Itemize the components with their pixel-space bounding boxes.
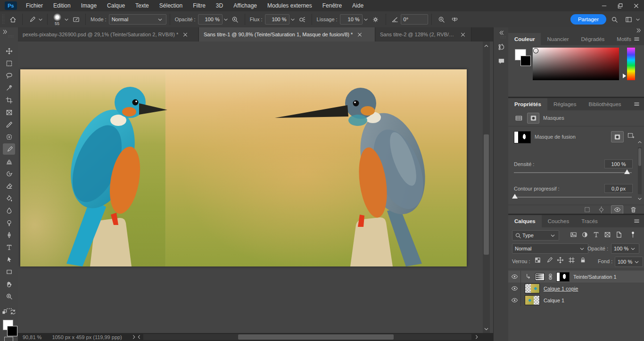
- tab-nuancier[interactable]: Nuancier: [541, 33, 575, 45]
- hue-slider-marker[interactable]: [623, 74, 626, 78]
- invert-mask-icon[interactable]: [597, 206, 605, 213]
- default-swatches-icon[interactable]: [1, 308, 8, 316]
- expand-toolbar-icon[interactable]: [1, 28, 8, 35]
- saturation-brightness-field[interactable]: [533, 48, 619, 80]
- blend-mode-select[interactable]: Normal: [109, 14, 166, 25]
- chevron-down-icon[interactable]: [289, 16, 296, 23]
- document-tab[interactable]: Sans titre-2 @ 128% (2, RVB/8) *: [375, 27, 471, 42]
- tool-move[interactable]: [3, 45, 15, 57]
- tool-healing-patch[interactable]: [3, 131, 15, 142]
- layer-mask-thumbnail[interactable]: [514, 131, 531, 143]
- layer-mask-thumbnail[interactable]: [556, 272, 570, 282]
- home-icon[interactable]: [7, 16, 19, 23]
- tool-type[interactable]: [3, 241, 15, 253]
- close-button[interactable]: [628, 0, 644, 11]
- chevron-down-icon[interactable]: [363, 16, 369, 23]
- close-tab-icon[interactable]: [460, 31, 466, 38]
- layer-filter-select[interactable]: Type: [512, 230, 559, 241]
- tool-path-selection[interactable]: [3, 254, 15, 265]
- lock-artboard-icon[interactable]: [567, 257, 576, 264]
- tool-zoom[interactable]: [3, 291, 15, 302]
- vertical-scrollbar[interactable]: [483, 42, 490, 333]
- layer-name[interactable]: Calque 1 copie: [544, 286, 578, 291]
- filter-type-layers-icon[interactable]: [591, 231, 601, 238]
- panel-scroll-down-icon[interactable]: [636, 195, 643, 202]
- menu-edition[interactable]: Edition: [48, 0, 76, 11]
- filter-adjustment-layers-icon[interactable]: [580, 231, 589, 238]
- opacity-input[interactable]: 100 %: [198, 14, 223, 25]
- tool-clone-stamp[interactable]: [3, 156, 15, 167]
- vertical-scrollbar-thumb[interactable]: [484, 134, 489, 255]
- lock-position-icon[interactable]: [555, 257, 565, 264]
- tool-brush[interactable]: [3, 143, 15, 155]
- minimize-button[interactable]: [596, 0, 612, 11]
- mask-properties-icon[interactable]: [527, 113, 539, 124]
- canvas-image[interactable]: [20, 69, 467, 266]
- comments-panel-icon[interactable]: [496, 56, 506, 66]
- layer-name[interactable]: Calque 1: [544, 298, 564, 303]
- panel-scroll-up-icon[interactable]: [636, 139, 643, 146]
- menu-affichage[interactable]: Affichage: [228, 0, 262, 11]
- density-slider-thumb[interactable]: [624, 169, 630, 174]
- menu-fenetre[interactable]: Fenêtre: [317, 0, 347, 11]
- add-vector-mask-icon[interactable]: [626, 132, 636, 139]
- document-tab[interactable]: pexels-pixabay-326900.psd @ 29,1% (Teint…: [18, 27, 199, 42]
- lock-all-icon[interactable]: [578, 257, 587, 264]
- search-icon[interactable]: [606, 16, 622, 23]
- layer-blend-mode-select[interactable]: Normal: [512, 243, 588, 254]
- filter-shape-layers-icon[interactable]: [603, 231, 612, 238]
- layer-name[interactable]: Teinte/Saturation 1: [573, 274, 617, 280]
- feather-slider-thumb[interactable]: [512, 194, 518, 199]
- menu-modules-externes[interactable]: Modules externes: [262, 0, 317, 11]
- menu-aide[interactable]: Aide: [347, 0, 369, 11]
- restore-button[interactable]: [612, 0, 628, 11]
- density-slider[interactable]: [514, 172, 632, 173]
- tool-gradient-bucket[interactable]: [3, 192, 15, 204]
- menu-image[interactable]: Image: [76, 0, 102, 11]
- feather-input[interactable]: 0,0 px: [604, 184, 633, 193]
- brush-settings-panel-icon[interactable]: [70, 16, 82, 23]
- tab-bibliotheques[interactable]: Bibliothèques: [582, 98, 627, 110]
- layer-row[interactable]: Calque 1 copie: [508, 283, 644, 294]
- swap-colors-icon[interactable]: [9, 308, 17, 316]
- tool-frame[interactable]: [3, 107, 15, 118]
- select-mask-icon[interactable]: [611, 131, 624, 142]
- tab-reglages[interactable]: Réglages: [547, 98, 583, 110]
- panel-menu-icon[interactable]: [633, 100, 640, 108]
- layer-thumbnail[interactable]: [525, 295, 540, 305]
- airbrush-icon[interactable]: [296, 16, 308, 23]
- tool-history-brush[interactable]: [3, 168, 15, 179]
- flow-input[interactable]: 100 %: [265, 14, 289, 25]
- tool-dodge[interactable]: [3, 217, 15, 228]
- tool-blur[interactable]: [3, 205, 15, 216]
- brush-tool-preset-icon[interactable]: [26, 16, 37, 23]
- panel-scrollbar[interactable]: [638, 147, 642, 194]
- smoothing-options-gear-icon[interactable]: [369, 16, 382, 23]
- scroll-left-icon[interactable]: [136, 333, 142, 341]
- pressure-size-icon[interactable]: [435, 16, 448, 23]
- tool-quick-selection[interactable]: [3, 82, 15, 93]
- lock-transparency-icon[interactable]: [533, 257, 542, 264]
- menu-calque[interactable]: Calque: [102, 0, 130, 11]
- menu-fichier[interactable]: Fichier: [21, 0, 48, 11]
- history-panel-icon[interactable]: [496, 42, 506, 52]
- tool-lasso[interactable]: [3, 70, 15, 81]
- chevron-down-icon[interactable]: [63, 16, 70, 23]
- horizontal-scrollbar-thumb[interactable]: [238, 334, 394, 340]
- horizontal-scrollbar[interactable]: [143, 334, 471, 340]
- layer-visibility-eye-icon[interactable]: [508, 283, 521, 294]
- canvas-viewport[interactable]: [18, 42, 493, 333]
- chevron-down-icon[interactable]: [37, 16, 44, 23]
- background-color-swatch[interactable]: [7, 326, 17, 336]
- pixel-mask-icon[interactable]: [513, 113, 524, 123]
- layer-visibility-eye-icon[interactable]: [508, 271, 521, 283]
- share-button[interactable]: Partager: [570, 14, 606, 25]
- close-tab-icon[interactable]: [182, 31, 189, 38]
- color-field-marker[interactable]: [534, 49, 538, 53]
- layer-visibility-eye-icon[interactable]: [508, 294, 521, 306]
- tool-pen[interactable]: [3, 229, 15, 241]
- smoothing-input[interactable]: 10 %: [340, 14, 363, 25]
- lock-pixels-icon[interactable]: [544, 257, 553, 264]
- tab-calques[interactable]: Calques: [508, 215, 542, 227]
- tool-crop[interactable]: [3, 94, 15, 106]
